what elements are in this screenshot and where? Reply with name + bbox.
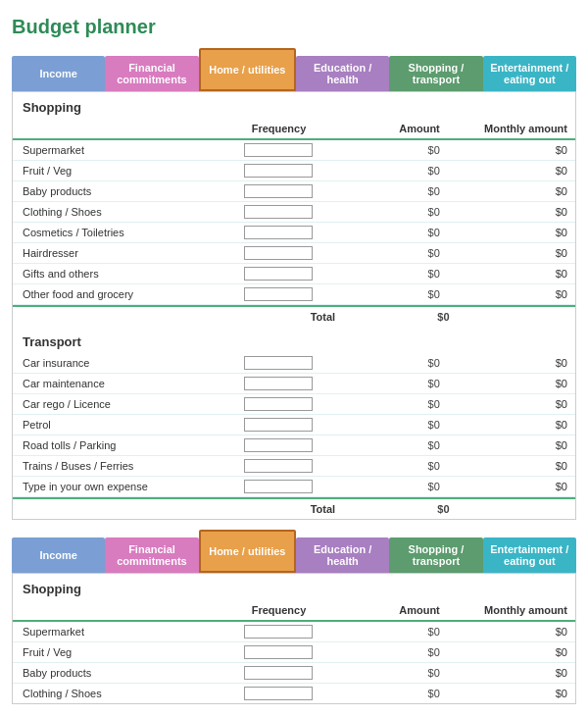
- shopping-section-2: Shopping Frequency Amount Monthly amount…: [12, 573, 576, 704]
- t-freq-input-0[interactable]: [244, 356, 313, 370]
- tab-financial[interactable]: Financial commitments: [105, 56, 198, 91]
- shopping-title-2: Shopping: [13, 574, 575, 600]
- table-row: Fruit / Veg $0 $0: [13, 161, 575, 181]
- shopping-col-headers-2: Frequency Amount Monthly amount: [13, 600, 575, 622]
- tab-shopping[interactable]: Shopping / transport: [389, 56, 482, 91]
- t-freq-input-6[interactable]: [244, 480, 313, 493]
- col-amount-label: Amount: [339, 121, 448, 136]
- tab-entertainment-2[interactable]: Entertainment / eating out: [483, 537, 576, 573]
- table-row: Car rego / Licence $0 $0: [13, 394, 575, 415]
- freq-input-0[interactable]: [244, 143, 313, 157]
- t-freq-input-1[interactable]: [244, 377, 313, 390]
- t-freq-input-5[interactable]: [244, 459, 313, 473]
- freq-input-7[interactable]: [244, 287, 313, 301]
- table-row: Fruit / Veg $0 $0: [13, 642, 575, 663]
- tab-education[interactable]: Education / health: [296, 56, 389, 91]
- tab-home-2[interactable]: Home / utilities: [199, 530, 296, 573]
- freq-input-4[interactable]: [244, 226, 313, 239]
- table-row: Hairdresser $0 $0: [13, 243, 575, 264]
- col-frequency-label-2: Frequency: [219, 602, 338, 618]
- table-row: Baby products $0 $0: [13, 181, 575, 202]
- col-frequency-label: Frequency: [219, 121, 338, 136]
- col-monthly-label-2: Monthly amount: [448, 602, 575, 618]
- page-title: Budget planner: [12, 16, 576, 38]
- freq-input-2[interactable]: [244, 184, 313, 198]
- table-row: Road tolls / Parking $0 $0: [13, 435, 575, 456]
- freq-input-1[interactable]: [244, 164, 313, 178]
- table-row: Type in your own expense $0 $0: [13, 477, 575, 497]
- table-row: Supermarket $0 $0: [13, 140, 575, 161]
- shopping-total-row: Total $0: [13, 305, 575, 327]
- s2-freq-input-1[interactable]: [244, 645, 313, 659]
- table-row: Gifts and others $0 $0: [13, 264, 575, 284]
- table-row: Supermarket $0 $0: [13, 622, 575, 642]
- table-row: Trains / Buses / Ferries $0 $0: [13, 456, 575, 477]
- col-monthly-label: Monthly amount: [448, 121, 575, 136]
- shopping-col-headers: Frequency Amount Monthly amount: [13, 119, 575, 140]
- tab-shopping-2[interactable]: Shopping / transport: [389, 537, 482, 573]
- t-freq-input-2[interactable]: [244, 397, 313, 411]
- tab-income[interactable]: Income: [12, 56, 105, 91]
- s2-freq-input-0[interactable]: [244, 625, 313, 639]
- s2-freq-input-2[interactable]: [244, 666, 313, 680]
- t-freq-input-3[interactable]: [244, 418, 313, 432]
- col-amount-label-2: Amount: [339, 602, 448, 618]
- table-row: Baby products $0 $0: [13, 663, 575, 684]
- tab-entertainment[interactable]: Entertainment / eating out: [483, 56, 576, 91]
- freq-input-6[interactable]: [244, 267, 313, 281]
- table-row: Other food and grocery $0 $0: [13, 284, 575, 305]
- t-freq-input-4[interactable]: [244, 438, 313, 452]
- table-row: Clothing / Shoes $0 $0: [13, 684, 575, 703]
- table-row: Cosmetics / Toiletries $0 $0: [13, 223, 575, 243]
- table-row: Car maintenance $0 $0: [13, 374, 575, 394]
- freq-input-5[interactable]: [244, 246, 313, 260]
- tab-financial-2[interactable]: Financial commitments: [105, 537, 198, 573]
- freq-input-3[interactable]: [244, 205, 313, 219]
- transport-total-row: Total $0: [13, 497, 575, 519]
- tab-education-2[interactable]: Education / health: [296, 537, 389, 573]
- nav-tabs-bottom: Income Financial commitments Home / util…: [12, 530, 576, 573]
- tab-income-2[interactable]: Income: [12, 537, 105, 573]
- shopping-section: Shopping Frequency Amount Monthly amount…: [12, 91, 576, 520]
- s2-freq-input-3[interactable]: [244, 687, 313, 700]
- shopping-title: Shopping: [13, 92, 575, 119]
- table-row: Car insurance $0 $0: [13, 353, 575, 374]
- tab-home[interactable]: Home / utilities: [199, 48, 296, 91]
- table-row: Petrol $0 $0: [13, 415, 575, 435]
- nav-tabs-top: Income Financial commitments Home / util…: [12, 48, 576, 91]
- transport-title: Transport: [13, 327, 575, 353]
- table-row: Clothing / Shoes $0 $0: [13, 202, 575, 223]
